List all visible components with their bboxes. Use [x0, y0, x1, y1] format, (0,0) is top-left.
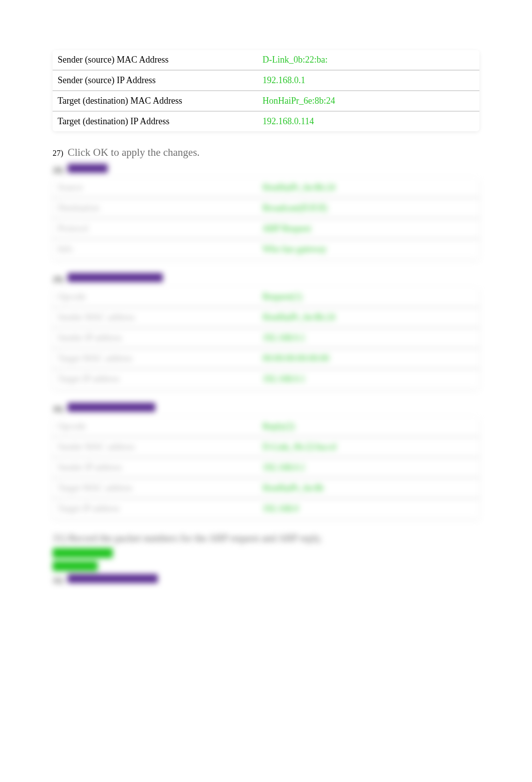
field-label: Info [53, 239, 257, 259]
table-row: Target IP address 192.168.0 [53, 499, 479, 518]
field-label: Sender IP address [53, 328, 257, 348]
field-label: Target (destination) MAC Address [53, 91, 257, 112]
section-heading: 29) [53, 273, 479, 284]
field-value: HonHaiPr_6e:8b [257, 478, 479, 498]
field-value: D-Link_0b:22:ba:cd [257, 437, 479, 457]
section-heading: 30) [53, 403, 479, 414]
step-27: 27) Click OK to apply the changes. [53, 146, 479, 159]
field-value: 192.168.0.114 [257, 112, 479, 131]
field-label: Protocol [53, 219, 257, 238]
blurred-table: Opcode Request(1) Sender MAC address Hon… [53, 287, 479, 389]
table-row: Sender (source) IP Address 192.168.0.1 [53, 71, 479, 91]
table-row: Opcode Reply(2) [53, 417, 479, 437]
field-value: Reply(2) [257, 417, 479, 436]
field-label: Source [53, 178, 257, 197]
arp-info-table: Sender (source) MAC Address D-Link_0b:22… [53, 50, 479, 131]
field-value: 192.168.0 [257, 499, 479, 518]
field-label: Target IP address [53, 369, 257, 389]
field-label: Sender (source) IP Address [53, 71, 257, 91]
field-label: Target MAC address [53, 349, 257, 368]
step-number: 32) [53, 576, 68, 585]
heading-bar-redacted [68, 164, 108, 173]
field-value: HonHaiPr_6e:8b:24 [257, 178, 479, 197]
table-row: Sender MAC address HonHaiPr_6e:8b:24 [53, 308, 479, 328]
heading-bar-redacted [68, 574, 158, 583]
field-label: Target IP address [53, 499, 257, 518]
table-row: Target IP address 192.168.0.1 [53, 369, 479, 389]
step-number: 29) [53, 275, 68, 284]
field-value: 192.168.0.1 [257, 458, 479, 477]
table-row: Sender IP address 192.168.0.1 [53, 458, 479, 478]
table-row: Target (destination) MAC Address HonHaiP… [53, 91, 479, 112]
table-row: Opcode Request(1) [53, 287, 479, 308]
blurred-section-a: 28) Source HonHaiPr_6e:8b:24 Destination… [53, 164, 479, 259]
heading-bar-redacted [68, 273, 163, 282]
field-label: Sender MAC address [53, 308, 257, 327]
footer-instruction: 31) Record the packet numbers for the AR… [53, 533, 479, 544]
table-row: Sender IP address 192.168.0.1 [53, 328, 479, 349]
field-value: 192.168.0.1 [257, 369, 479, 389]
field-value: 192.168.0.1 [257, 71, 479, 91]
field-value: 192.168.0.1 [257, 328, 479, 348]
table-row: Target MAC address HonHaiPr_6e:8b [53, 478, 479, 499]
blurred-footer: 31) Record the packet numbers for the AR… [53, 533, 479, 585]
field-label: Sender MAC address [53, 437, 257, 457]
table-row: Source HonHaiPr_6e:8b:24 [53, 178, 479, 198]
field-value: Who has gateway [257, 239, 479, 259]
highlight-arp-reply [53, 561, 98, 571]
field-value: HonHaiPr_6e:8b:24 [257, 308, 479, 327]
table-row: Sender MAC address D-Link_0b:22:ba:cd [53, 437, 479, 458]
blurred-table: Source HonHaiPr_6e:8b:24 Destination Bro… [53, 178, 479, 259]
field-label: Opcode [53, 287, 257, 307]
step-number: 28) [53, 166, 68, 175]
field-label: Target (destination) IP Address [53, 112, 257, 131]
table-row: Sender (source) MAC Address D-Link_0b:22… [53, 50, 479, 71]
highlight-arp-request [53, 548, 113, 558]
step-number: 30) [53, 405, 68, 414]
field-value: 00:00:00:00:00:00 [257, 349, 479, 368]
step-text: Click OK to apply the changes. [68, 146, 200, 159]
field-label: Opcode [53, 417, 257, 436]
step-number: 27) [53, 149, 68, 158]
field-label: Sender IP address [53, 458, 257, 477]
section-heading: 28) [53, 164, 479, 175]
heading-bar-redacted [68, 403, 155, 412]
document-page: Sender (source) MAC Address D-Link_0b:22… [0, 0, 532, 585]
field-label: Sender (source) MAC Address [53, 50, 257, 71]
field-value: HonHaiPr_6e:8b:24 [257, 91, 479, 112]
field-value: ARP Request [257, 219, 479, 238]
table-row: Destination Broadcast(ff:ff:ff) [53, 198, 479, 219]
blurred-section-b: 29) Opcode Request(1) Sender MAC address… [53, 273, 479, 389]
blurred-table: Opcode Reply(2) Sender MAC address D-Lin… [53, 417, 479, 518]
table-row: Target MAC address 00:00:00:00:00:00 [53, 349, 479, 369]
field-value: Request(1) [257, 287, 479, 307]
field-label: Target MAC address [53, 478, 257, 498]
field-value: Broadcast(ff:ff:ff) [257, 198, 479, 218]
field-label: Destination [53, 198, 257, 218]
table-row: Info Who has gateway [53, 239, 479, 259]
table-row: Protocol ARP Request [53, 219, 479, 239]
field-value: D-Link_0b:22:ba: [257, 50, 479, 71]
table-row: Target (destination) IP Address 192.168.… [53, 112, 479, 131]
blurred-section-c: 30) Opcode Reply(2) Sender MAC address D… [53, 403, 479, 518]
